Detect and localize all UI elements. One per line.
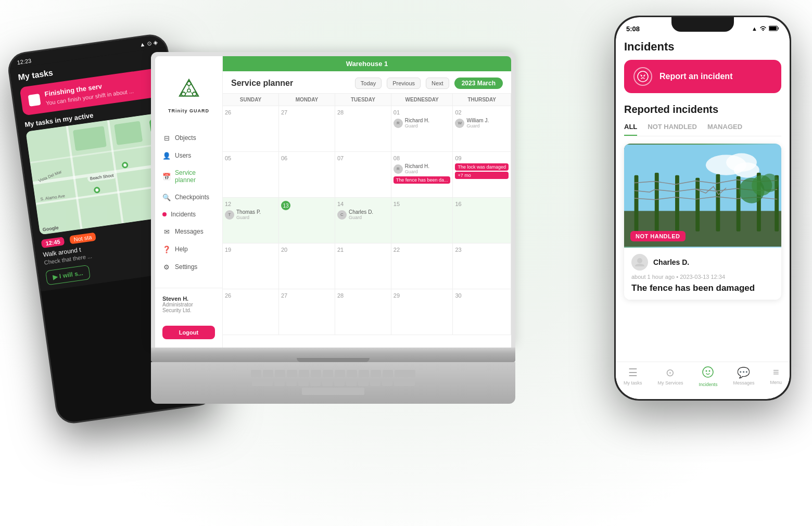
cal-header-tuesday: TUESDAY bbox=[335, 94, 391, 106]
key-tab bbox=[252, 379, 273, 386]
incidents-dot bbox=[162, 212, 167, 216]
incidents-section-title: Reported incidents bbox=[624, 104, 781, 116]
logo-svg bbox=[173, 75, 205, 106]
iphone-tabbar: ☰ My tasks ⊙ My Services Incidents bbox=[616, 362, 790, 399]
svg-rect-24 bbox=[769, 27, 777, 30]
tabbar-label-incidents: Incidents bbox=[699, 382, 717, 387]
iphone-inner: 5:08 ▲ Incidents bbox=[616, 17, 790, 399]
tabbar-incidents[interactable]: Incidents bbox=[699, 366, 717, 387]
cal-cell-02: 02 W William J. Guard bbox=[453, 106, 511, 152]
task-checkbox[interactable] bbox=[28, 93, 41, 106]
reply-button[interactable]: ▶ I will s... bbox=[45, 265, 91, 285]
sidebar-item-settings[interactable]: ⚙ Settings bbox=[155, 258, 222, 276]
tab-all[interactable]: ALL bbox=[624, 123, 637, 136]
planner-title: Service planner bbox=[231, 79, 293, 88]
key bbox=[382, 379, 392, 386]
svg-rect-6 bbox=[73, 126, 107, 151]
cal-cell-12: 12 T Thomas P. Guard bbox=[223, 198, 279, 243]
tab-not-handled[interactable]: NOT HANDLED bbox=[648, 123, 697, 136]
user-role: Administrator bbox=[162, 302, 215, 307]
guard-richard-w2: R Richard H. Guard bbox=[394, 163, 451, 174]
sidebar-label-users: Users bbox=[175, 152, 191, 159]
cal-cell-28b: 28 bbox=[335, 289, 391, 335]
cal-cell-07: 07 bbox=[335, 152, 391, 198]
cal-cell-16: 16 bbox=[453, 198, 511, 243]
key bbox=[287, 370, 297, 377]
key bbox=[310, 379, 321, 386]
cal-cell-27b: 27 bbox=[279, 289, 335, 335]
iphone: 5:08 ▲ Incidents bbox=[614, 16, 791, 401]
svg-point-29 bbox=[643, 75, 644, 76]
guard-richard-w1: R Richard H. Guard bbox=[394, 118, 451, 129]
key bbox=[358, 379, 369, 386]
cal-cell-15: 15 bbox=[391, 198, 453, 243]
today-button[interactable]: Today bbox=[355, 78, 382, 89]
logout-button[interactable]: Logout bbox=[162, 326, 215, 339]
laptop: TRinity GUARD ⊟ Objects 👤 Users 📅 Servic… bbox=[151, 52, 515, 404]
sidebar-label-checkpoints: Checkpoints bbox=[175, 194, 209, 201]
previous-button[interactable]: Previous bbox=[387, 78, 421, 89]
avatar-richard-w2: R bbox=[394, 164, 403, 174]
my-services-icon: ⊙ bbox=[666, 366, 675, 379]
report-label: Report an incident bbox=[659, 72, 732, 81]
tab-managed[interactable]: MANAGED bbox=[707, 123, 742, 136]
key bbox=[346, 379, 357, 386]
key-space bbox=[302, 388, 364, 395]
cal-cell-30: 30 bbox=[453, 289, 511, 335]
battery-icon bbox=[769, 25, 779, 32]
iphone-content: Incidents Report an in bbox=[616, 36, 790, 306]
key bbox=[371, 370, 381, 377]
settings-icon: ⚙ bbox=[162, 263, 171, 271]
incident-lock-tag: The lock was damaged bbox=[455, 163, 509, 171]
incident-more-tag: +7 mo bbox=[455, 172, 509, 179]
incident-card: NOT HANDLED Charles D. about 1 hour ag bbox=[624, 144, 781, 300]
messages-icon: ✉ bbox=[162, 227, 171, 236]
guard-thomas: T Thomas P. Guard bbox=[225, 209, 276, 220]
sidebar-label-objects: Objects bbox=[175, 134, 196, 142]
tabbar-my-services[interactable]: ⊙ My Services bbox=[657, 366, 683, 386]
tabbar-menu[interactable]: ≡ Menu bbox=[770, 366, 782, 385]
key bbox=[298, 379, 309, 386]
sidebar-item-service-planner[interactable]: 📅 Service planner bbox=[155, 164, 222, 188]
cal-cell-09: 09 The lock was damaged +7 mo bbox=[453, 152, 511, 198]
cal-cell-19: 19 bbox=[223, 243, 279, 289]
logo-text: TRinity GUARD bbox=[160, 108, 217, 113]
key bbox=[322, 379, 333, 386]
tabbar-label-services: My Services bbox=[657, 380, 683, 386]
my-tasks-icon: ☰ bbox=[628, 366, 638, 379]
menu-tab-icon: ≡ bbox=[773, 366, 779, 378]
svg-point-46 bbox=[637, 258, 642, 263]
cal-cell-29: 29 bbox=[391, 289, 453, 335]
next-button[interactable]: Next bbox=[426, 78, 449, 89]
incident-fence-tag: The fence has been da... bbox=[394, 176, 451, 184]
sidebar-item-help[interactable]: ❓ Help bbox=[155, 240, 222, 258]
svg-point-45 bbox=[760, 174, 779, 192]
main-content: Warehouse 1 Service planner Today Previo… bbox=[223, 56, 511, 348]
sidebar-item-messages[interactable]: ✉ Messages bbox=[155, 223, 222, 240]
warehouse-bar: Warehouse 1 bbox=[223, 56, 511, 71]
svg-point-49 bbox=[709, 370, 710, 372]
sidebar-label-incidents: Incidents bbox=[171, 211, 196, 218]
svg-rect-35 bbox=[635, 175, 639, 232]
svg-rect-7 bbox=[114, 121, 143, 146]
cal-header-wednesday: WEDNESDAY bbox=[391, 94, 453, 106]
sidebar-item-objects[interactable]: ⊟ Objects bbox=[155, 129, 222, 147]
laptop-keyboard bbox=[151, 362, 515, 404]
iphone-status-icons: ▲ bbox=[752, 25, 779, 32]
sidebar-item-checkpoints[interactable]: 🔍 Checkpoints bbox=[155, 188, 222, 206]
cal-cell-20: 20 bbox=[279, 243, 335, 289]
sidebar-item-incidents[interactable]: Incidents bbox=[155, 206, 222, 223]
tabbar-my-tasks[interactable]: ☰ My tasks bbox=[624, 366, 642, 386]
svg-point-33 bbox=[734, 162, 759, 177]
sidebar-item-users[interactable]: 👤 Users bbox=[155, 147, 222, 164]
tabbar-messages[interactable]: 💬 Messages bbox=[733, 366, 754, 386]
cal-cell-23: 23 bbox=[453, 243, 511, 289]
incident-info: Charles D. about 1 hour ago • 2023-03-13… bbox=[624, 248, 781, 300]
avatar-richard-w1: R bbox=[394, 119, 403, 128]
key bbox=[359, 370, 369, 377]
guard-william: W William J. Guard bbox=[455, 118, 509, 129]
report-incident-button[interactable]: Report an incident bbox=[624, 60, 781, 93]
avatar-thomas: T bbox=[225, 210, 234, 220]
cal-header-thursday: THURSDAY bbox=[453, 94, 511, 106]
svg-rect-40 bbox=[737, 176, 741, 232]
